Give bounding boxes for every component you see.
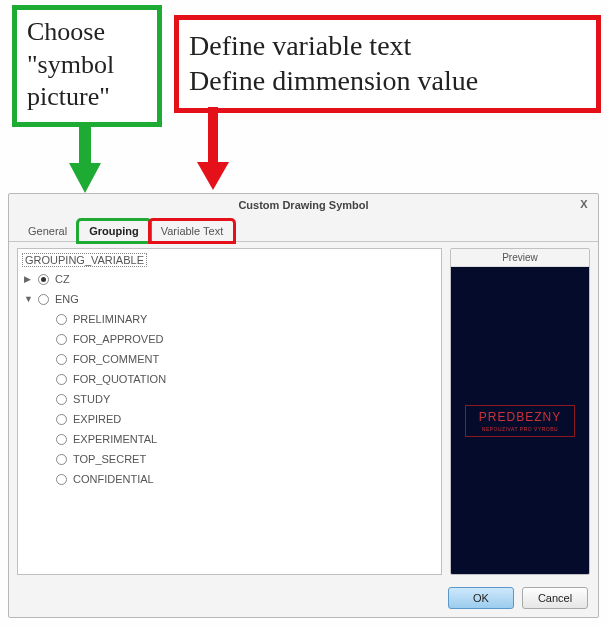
radio-expired[interactable] bbox=[56, 414, 67, 425]
dialog-custom-drawing-symbol: Custom Drawing Symbol X General Grouping… bbox=[8, 193, 599, 618]
tree-label-eng: ENG bbox=[55, 293, 79, 305]
tree-label: STUDY bbox=[73, 393, 110, 405]
tree-row-study[interactable]: STUDY bbox=[22, 389, 437, 409]
arrow-red-icon bbox=[195, 107, 231, 192]
tree-row-for-comment[interactable]: FOR_COMMENT bbox=[22, 349, 437, 369]
radio-confidential[interactable] bbox=[56, 474, 67, 485]
radio-top-secret[interactable] bbox=[56, 454, 67, 465]
tab-grouping[interactable]: Grouping bbox=[78, 220, 150, 242]
collapse-icon[interactable]: ▼ bbox=[24, 294, 34, 304]
annotation-green-line2: "symbol bbox=[27, 49, 147, 82]
tree-header[interactable]: GROUPING_VARIABLE bbox=[22, 253, 147, 267]
radio-for-quotation[interactable] bbox=[56, 374, 67, 385]
tree-label: FOR_QUOTATION bbox=[73, 373, 166, 385]
radio-eng[interactable] bbox=[38, 294, 49, 305]
tree-label-cz: CZ bbox=[55, 273, 70, 285]
tree-label: EXPIRED bbox=[73, 413, 121, 425]
close-button[interactable]: X bbox=[576, 197, 592, 213]
ok-button[interactable]: OK bbox=[448, 587, 514, 609]
annotation-green-line1: Choose bbox=[27, 16, 147, 49]
tree-label: TOP_SECRET bbox=[73, 453, 146, 465]
tree-label: CONFIDENTIAL bbox=[73, 473, 154, 485]
annotation-green-line3: picture" bbox=[27, 81, 147, 114]
tree-row-eng[interactable]: ▼ ENG bbox=[22, 289, 437, 309]
preview-title: Preview bbox=[451, 249, 589, 267]
expand-icon[interactable]: ▶ bbox=[24, 274, 34, 284]
svg-rect-0 bbox=[79, 125, 91, 163]
tree-row-confidential[interactable]: CONFIDENTIAL bbox=[22, 469, 437, 489]
tree-row-preliminary[interactable]: PRELIMINARY bbox=[22, 309, 437, 329]
annotation-red-line1: Define variable text bbox=[189, 28, 586, 63]
tree-row-top-secret[interactable]: TOP_SECRET bbox=[22, 449, 437, 469]
annotation-red-line2: Define dimmension value bbox=[189, 63, 586, 98]
dialog-buttons: OK Cancel bbox=[9, 581, 598, 617]
tree-panel: GROUPING_VARIABLE ▶ CZ ▼ ENG PRELIMINARY… bbox=[17, 248, 442, 575]
annotation-green: Choose "symbol picture" bbox=[12, 5, 162, 127]
annotation-red: Define variable text Define dimmension v… bbox=[174, 15, 601, 113]
radio-study[interactable] bbox=[56, 394, 67, 405]
dialog-title: Custom Drawing Symbol bbox=[238, 199, 368, 211]
svg-marker-3 bbox=[197, 162, 229, 190]
tree-row-for-approved[interactable]: FOR_APPROVED bbox=[22, 329, 437, 349]
preview-stamp-line2: NEPOUZIVAT PRO VYROBU bbox=[472, 426, 568, 432]
preview-panel: Preview PREDBEZNY NEPOUZIVAT PRO VYROBU bbox=[450, 248, 590, 575]
radio-cz[interactable] bbox=[38, 274, 49, 285]
tree-label: FOR_COMMENT bbox=[73, 353, 159, 365]
preview-stamp-line1: PREDBEZNY bbox=[472, 410, 568, 424]
svg-rect-2 bbox=[208, 107, 218, 162]
dialog-content: GROUPING_VARIABLE ▶ CZ ▼ ENG PRELIMINARY… bbox=[9, 242, 598, 581]
tree-row-for-quotation[interactable]: FOR_QUOTATION bbox=[22, 369, 437, 389]
tab-general[interactable]: General bbox=[17, 220, 78, 242]
tree-label: PRELIMINARY bbox=[73, 313, 147, 325]
radio-for-approved[interactable] bbox=[56, 334, 67, 345]
tab-variable-text[interactable]: Variable Text bbox=[150, 220, 235, 242]
titlebar: Custom Drawing Symbol X bbox=[9, 194, 598, 216]
radio-experimental[interactable] bbox=[56, 434, 67, 445]
tree-row-experimental[interactable]: EXPERIMENTAL bbox=[22, 429, 437, 449]
tree-label: EXPERIMENTAL bbox=[73, 433, 157, 445]
preview-stamp: PREDBEZNY NEPOUZIVAT PRO VYROBU bbox=[465, 405, 575, 437]
tabs: General Grouping Variable Text bbox=[9, 216, 598, 242]
cancel-button[interactable]: Cancel bbox=[522, 587, 588, 609]
tree-row-cz[interactable]: ▶ CZ bbox=[22, 269, 437, 289]
tree-row-expired[interactable]: EXPIRED bbox=[22, 409, 437, 429]
arrow-green-icon bbox=[65, 125, 105, 195]
radio-for-comment[interactable] bbox=[56, 354, 67, 365]
preview-body: PREDBEZNY NEPOUZIVAT PRO VYROBU bbox=[451, 267, 589, 574]
svg-marker-1 bbox=[69, 163, 101, 193]
tree-label: FOR_APPROVED bbox=[73, 333, 163, 345]
radio-preliminary[interactable] bbox=[56, 314, 67, 325]
